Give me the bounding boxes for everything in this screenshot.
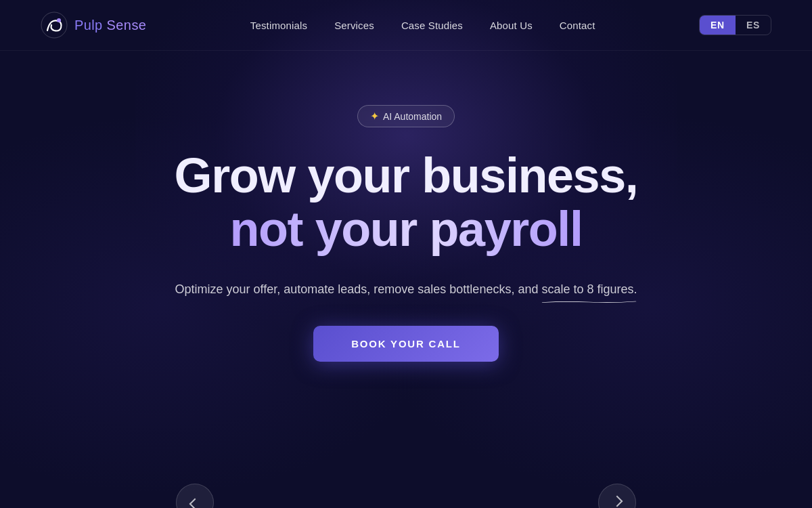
hero-title-line1: Grow your business, xyxy=(175,149,638,203)
language-switcher: EN ES xyxy=(699,15,771,35)
logo-link[interactable]: Pulp Sense xyxy=(41,12,146,39)
hero-subtitle-underline: scale to 8 figures. xyxy=(541,280,637,299)
svg-point-1 xyxy=(57,18,61,22)
hero-subtitle: Optimize your offer, automate leads, rem… xyxy=(175,280,637,299)
lang-es-button[interactable]: ES xyxy=(736,16,771,35)
lang-en-button[interactable]: EN xyxy=(700,16,736,35)
hero-title: Grow your business, not your payroll xyxy=(175,149,638,256)
badge-text: AI Automation xyxy=(383,111,442,122)
nav-contact[interactable]: Contact xyxy=(560,20,595,31)
main-nav: Testimonials Services Case Studies About… xyxy=(250,20,595,31)
prev-arrow-circle[interactable] xyxy=(176,484,214,508)
logo-icon xyxy=(41,12,68,39)
site-header: Pulp Sense Testimonials Services Case St… xyxy=(0,0,812,51)
bottom-navigation xyxy=(0,470,812,508)
hero-section: ✦ AI Automation Grow your business, not … xyxy=(0,51,812,362)
hero-subtitle-plain: Optimize your offer, automate leads, rem… xyxy=(175,282,541,296)
logo-text-part2: Sense xyxy=(107,18,147,33)
nav-testimonials[interactable]: Testimonials xyxy=(250,20,307,31)
svg-point-0 xyxy=(41,12,67,38)
badge-star-icon: ✦ xyxy=(370,110,379,123)
hero-title-line2: not your payroll xyxy=(175,203,638,256)
logo-text-part1: Pulp xyxy=(74,18,107,33)
ai-automation-badge: ✦ AI Automation xyxy=(357,105,455,127)
nav-about-us[interactable]: About Us xyxy=(490,20,533,31)
next-arrow-circle[interactable] xyxy=(598,484,636,508)
nav-services[interactable]: Services xyxy=(334,20,374,31)
nav-case-studies[interactable]: Case Studies xyxy=(401,20,463,31)
logo-text: Pulp Sense xyxy=(74,18,146,33)
book-call-button[interactable]: BOOK YOUR CALL xyxy=(313,326,499,362)
